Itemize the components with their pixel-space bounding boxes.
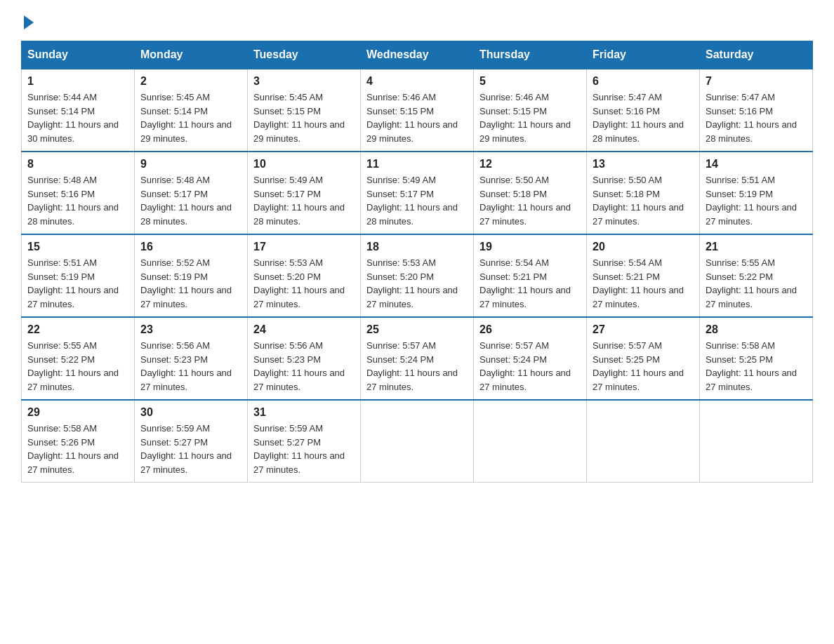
calendar-day-cell bbox=[474, 400, 587, 483]
day-number: 17 bbox=[253, 241, 355, 253]
calendar-day-cell: 26 Sunrise: 5:57 AMSunset: 5:24 PMDaylig… bbox=[474, 317, 587, 400]
day-info: Sunrise: 5:56 AMSunset: 5:23 PMDaylight:… bbox=[253, 339, 355, 394]
calendar-day-cell: 8 Sunrise: 5:48 AMSunset: 5:16 PMDayligh… bbox=[22, 152, 135, 234]
day-info: Sunrise: 5:47 AMSunset: 5:16 PMDaylight:… bbox=[593, 90, 694, 145]
calendar-day-cell: 14 Sunrise: 5:51 AMSunset: 5:19 PMDaylig… bbox=[700, 152, 813, 234]
day-number: 24 bbox=[253, 323, 355, 336]
day-info: Sunrise: 5:52 AMSunset: 5:19 PMDaylight:… bbox=[140, 256, 241, 311]
day-info: Sunrise: 5:54 AMSunset: 5:21 PMDaylight:… bbox=[479, 256, 581, 311]
day-info: Sunrise: 5:48 AMSunset: 5:16 PMDaylight:… bbox=[27, 173, 128, 228]
day-number: 22 bbox=[27, 323, 128, 336]
day-number: 29 bbox=[27, 406, 128, 419]
calendar-day-cell bbox=[361, 400, 474, 483]
day-number: 8 bbox=[27, 158, 128, 170]
day-number: 13 bbox=[593, 158, 694, 170]
day-number: 12 bbox=[479, 158, 581, 170]
day-number: 31 bbox=[253, 406, 355, 419]
column-header-sunday: Sunday bbox=[22, 41, 135, 69]
calendar-day-cell: 28 Sunrise: 5:58 AMSunset: 5:25 PMDaylig… bbox=[700, 317, 813, 400]
calendar-day-cell: 20 Sunrise: 5:54 AMSunset: 5:21 PMDaylig… bbox=[587, 234, 700, 317]
day-info: Sunrise: 5:50 AMSunset: 5:18 PMDaylight:… bbox=[593, 173, 694, 228]
column-header-wednesday: Wednesday bbox=[361, 41, 474, 69]
calendar-day-cell: 17 Sunrise: 5:53 AMSunset: 5:20 PMDaylig… bbox=[248, 234, 361, 317]
day-info: Sunrise: 5:58 AMSunset: 5:26 PMDaylight:… bbox=[27, 422, 128, 476]
column-header-tuesday: Tuesday bbox=[248, 41, 361, 69]
day-number: 11 bbox=[366, 158, 468, 170]
calendar-day-cell: 1 Sunrise: 5:44 AMSunset: 5:14 PMDayligh… bbox=[22, 69, 135, 152]
calendar-day-cell bbox=[700, 400, 813, 483]
day-number: 27 bbox=[593, 323, 694, 336]
day-info: Sunrise: 5:51 AMSunset: 5:19 PMDaylight:… bbox=[706, 173, 807, 228]
column-header-monday: Monday bbox=[135, 41, 248, 69]
calendar-day-cell: 4 Sunrise: 5:46 AMSunset: 5:15 PMDayligh… bbox=[361, 69, 474, 152]
calendar-header-row: SundayMondayTuesdayWednesdayThursdayFrid… bbox=[22, 41, 813, 69]
calendar-day-cell: 25 Sunrise: 5:57 AMSunset: 5:24 PMDaylig… bbox=[361, 317, 474, 400]
day-info: Sunrise: 5:45 AMSunset: 5:14 PMDaylight:… bbox=[140, 90, 241, 145]
calendar-day-cell bbox=[587, 400, 700, 483]
calendar-day-cell: 29 Sunrise: 5:58 AMSunset: 5:26 PMDaylig… bbox=[22, 400, 135, 483]
day-info: Sunrise: 5:55 AMSunset: 5:22 PMDaylight:… bbox=[27, 339, 128, 394]
calendar-week-row: 8 Sunrise: 5:48 AMSunset: 5:16 PMDayligh… bbox=[22, 152, 813, 234]
day-info: Sunrise: 5:56 AMSunset: 5:23 PMDaylight:… bbox=[140, 339, 241, 394]
day-info: Sunrise: 5:59 AMSunset: 5:27 PMDaylight:… bbox=[253, 422, 355, 476]
calendar-week-row: 15 Sunrise: 5:51 AMSunset: 5:19 PMDaylig… bbox=[22, 234, 813, 317]
column-header-saturday: Saturday bbox=[700, 41, 813, 69]
day-number: 1 bbox=[27, 75, 128, 88]
calendar-day-cell: 18 Sunrise: 5:53 AMSunset: 5:20 PMDaylig… bbox=[361, 234, 474, 317]
day-info: Sunrise: 5:45 AMSunset: 5:15 PMDaylight:… bbox=[253, 90, 355, 145]
calendar-day-cell: 11 Sunrise: 5:49 AMSunset: 5:17 PMDaylig… bbox=[361, 152, 474, 234]
calendar-week-row: 22 Sunrise: 5:55 AMSunset: 5:22 PMDaylig… bbox=[22, 317, 813, 400]
day-info: Sunrise: 5:53 AMSunset: 5:20 PMDaylight:… bbox=[253, 256, 355, 311]
day-number: 15 bbox=[27, 241, 128, 253]
day-number: 21 bbox=[706, 241, 807, 253]
day-number: 20 bbox=[593, 241, 694, 253]
calendar-day-cell: 31 Sunrise: 5:59 AMSunset: 5:27 PMDaylig… bbox=[248, 400, 361, 483]
day-number: 3 bbox=[253, 75, 355, 88]
day-info: Sunrise: 5:57 AMSunset: 5:25 PMDaylight:… bbox=[593, 339, 694, 394]
calendar-day-cell: 7 Sunrise: 5:47 AMSunset: 5:16 PMDayligh… bbox=[700, 69, 813, 152]
calendar-day-cell: 30 Sunrise: 5:59 AMSunset: 5:27 PMDaylig… bbox=[135, 400, 248, 483]
day-info: Sunrise: 5:55 AMSunset: 5:22 PMDaylight:… bbox=[706, 256, 807, 311]
calendar-week-row: 1 Sunrise: 5:44 AMSunset: 5:14 PMDayligh… bbox=[22, 69, 813, 152]
day-number: 9 bbox=[140, 158, 241, 170]
day-number: 14 bbox=[706, 158, 807, 170]
calendar-day-cell: 2 Sunrise: 5:45 AMSunset: 5:14 PMDayligh… bbox=[135, 69, 248, 152]
day-number: 6 bbox=[593, 75, 694, 88]
day-number: 2 bbox=[140, 75, 241, 88]
day-info: Sunrise: 5:57 AMSunset: 5:24 PMDaylight:… bbox=[366, 339, 468, 394]
day-number: 16 bbox=[140, 241, 241, 253]
calendar-day-cell: 3 Sunrise: 5:45 AMSunset: 5:15 PMDayligh… bbox=[248, 69, 361, 152]
calendar-day-cell: 15 Sunrise: 5:51 AMSunset: 5:19 PMDaylig… bbox=[22, 234, 135, 317]
logo-arrow-icon bbox=[24, 15, 34, 29]
day-info: Sunrise: 5:49 AMSunset: 5:17 PMDaylight:… bbox=[366, 173, 468, 228]
day-number: 23 bbox=[140, 323, 241, 336]
day-number: 26 bbox=[479, 323, 581, 336]
calendar-day-cell: 23 Sunrise: 5:56 AMSunset: 5:23 PMDaylig… bbox=[135, 317, 248, 400]
day-info: Sunrise: 5:51 AMSunset: 5:19 PMDaylight:… bbox=[27, 256, 128, 311]
day-number: 7 bbox=[706, 75, 807, 88]
calendar-day-cell: 19 Sunrise: 5:54 AMSunset: 5:21 PMDaylig… bbox=[474, 234, 587, 317]
day-number: 18 bbox=[366, 241, 468, 253]
day-info: Sunrise: 5:50 AMSunset: 5:18 PMDaylight:… bbox=[479, 173, 581, 228]
day-number: 30 bbox=[140, 406, 241, 419]
day-number: 10 bbox=[253, 158, 355, 170]
column-header-thursday: Thursday bbox=[474, 41, 587, 69]
day-number: 19 bbox=[479, 241, 581, 253]
calendar-week-row: 29 Sunrise: 5:58 AMSunset: 5:26 PMDaylig… bbox=[22, 400, 813, 483]
calendar-day-cell: 21 Sunrise: 5:55 AMSunset: 5:22 PMDaylig… bbox=[700, 234, 813, 317]
calendar-day-cell: 6 Sunrise: 5:47 AMSunset: 5:16 PMDayligh… bbox=[587, 69, 700, 152]
day-number: 25 bbox=[366, 323, 468, 336]
day-info: Sunrise: 5:44 AMSunset: 5:14 PMDaylight:… bbox=[27, 90, 128, 145]
day-info: Sunrise: 5:54 AMSunset: 5:21 PMDaylight:… bbox=[593, 256, 694, 311]
day-info: Sunrise: 5:46 AMSunset: 5:15 PMDaylight:… bbox=[366, 90, 468, 145]
page-header bbox=[21, 14, 813, 27]
day-info: Sunrise: 5:59 AMSunset: 5:27 PMDaylight:… bbox=[140, 422, 241, 476]
day-info: Sunrise: 5:53 AMSunset: 5:20 PMDaylight:… bbox=[366, 256, 468, 311]
day-info: Sunrise: 5:58 AMSunset: 5:25 PMDaylight:… bbox=[706, 339, 807, 394]
calendar-day-cell: 5 Sunrise: 5:46 AMSunset: 5:15 PMDayligh… bbox=[474, 69, 587, 152]
calendar-day-cell: 12 Sunrise: 5:50 AMSunset: 5:18 PMDaylig… bbox=[474, 152, 587, 234]
day-info: Sunrise: 5:48 AMSunset: 5:17 PMDaylight:… bbox=[140, 173, 241, 228]
day-number: 4 bbox=[366, 75, 468, 88]
column-header-friday: Friday bbox=[587, 41, 700, 69]
calendar-day-cell: 22 Sunrise: 5:55 AMSunset: 5:22 PMDaylig… bbox=[22, 317, 135, 400]
